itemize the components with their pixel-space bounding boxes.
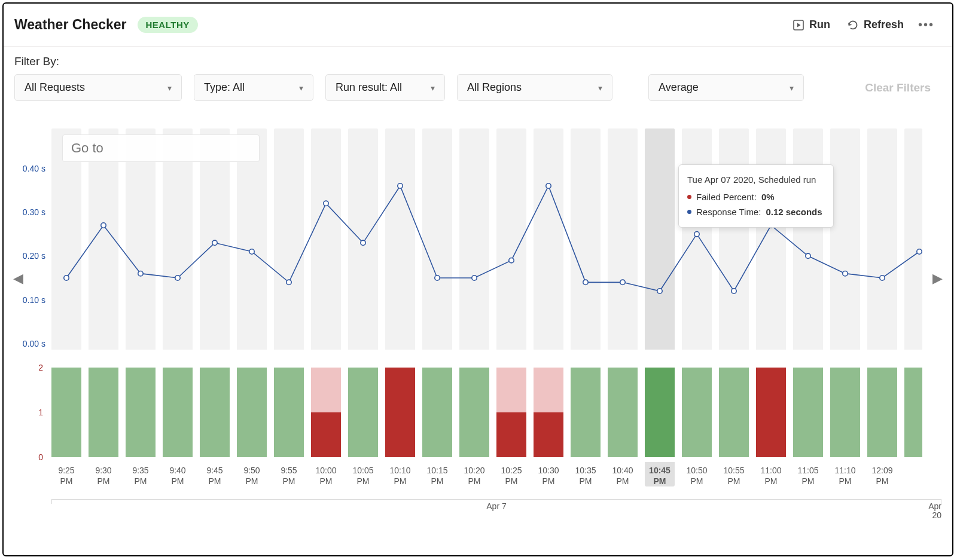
stacked-y-axis: 012 [14,368,49,457]
status-bar[interactable] [682,368,712,457]
x-tick: 10:40PM [608,462,638,486]
status-bar[interactable] [496,368,526,457]
line-point[interactable] [732,289,736,293]
line-point[interactable] [509,258,514,262]
line-point[interactable] [287,280,291,284]
status-bar[interactable] [385,368,415,457]
tooltip-dot-response [687,210,691,214]
run-status-chart: 012 [14,368,941,457]
status-bar[interactable] [126,368,156,457]
line-point[interactable] [694,231,699,236]
filter-aggregation[interactable]: Average ▾ [648,74,804,101]
line-point[interactable] [843,271,848,276]
line-point[interactable] [806,253,810,258]
status-bar[interactable] [200,368,230,457]
y-tick: 0.00 s [23,339,45,348]
status-bar[interactable] [719,368,749,457]
x-tick: 9:50PM [237,462,267,486]
status-bar[interactable] [645,368,675,457]
x-tick: 9:35PM [126,462,156,486]
play-icon [793,19,804,31]
x-tick: 10:05PM [348,462,378,486]
line-point[interactable] [472,276,477,280]
status-bar[interactable] [830,368,860,457]
y2-tick: 1 [38,408,43,417]
x-tick: 10:25PM [496,462,526,486]
tooltip-dot-failed [687,195,691,199]
status-bar[interactable] [534,368,563,457]
line-point[interactable] [917,249,922,254]
chevron-down-icon: ▾ [598,83,602,93]
line-point[interactable] [880,276,885,280]
line-point[interactable] [324,201,328,206]
line-point[interactable] [620,280,625,284]
status-bar[interactable] [793,368,823,457]
filter-requests[interactable]: All Requests ▾ [14,74,182,101]
tooltip-failed-label: Failed Percent: [696,189,757,205]
page-title: Weather Checker [14,17,127,33]
line-point[interactable] [101,223,106,228]
x-tick: 10:30PM [534,462,563,486]
date-tick-left: Apr 7 [486,502,506,511]
status-bar[interactable] [163,368,193,457]
run-button[interactable]: Run [784,15,839,35]
status-bar[interactable] [756,368,786,457]
status-bar[interactable] [348,368,378,457]
filter-run-result[interactable]: Run result: All ▾ [325,74,445,101]
response-time-chart: ◀ ▶ 0.00 s0.10 s0.20 s0.30 s0.40 s Tue A… [14,128,941,350]
chart-prev-button[interactable]: ◀ [13,271,23,286]
x-tick: 9:40PM [163,462,193,486]
chevron-down-icon: ▾ [431,83,435,93]
status-badge: HEALTHY [138,17,198,33]
filter-run-result-value: Run result: All [336,81,402,94]
tooltip-response-value: 0.12 seconds [766,204,822,220]
line-point[interactable] [435,276,440,280]
line-point[interactable] [398,183,403,188]
status-bar[interactable] [89,368,118,457]
x-tick: 11:00PM [756,462,786,486]
line-point[interactable] [212,240,217,245]
filter-type[interactable]: Type: All ▾ [194,74,313,101]
x-tick: 11:10PM [830,462,860,486]
status-bar[interactable] [274,368,304,457]
goto-input[interactable] [62,134,260,162]
status-bar[interactable] [571,368,601,457]
status-bar[interactable] [237,368,267,457]
refresh-button[interactable]: Refresh [839,15,912,35]
clear-filters-button[interactable]: Clear Filters [854,75,941,101]
line-point[interactable] [657,289,662,293]
filter-requests-value: All Requests [25,81,85,94]
line-point[interactable] [64,276,69,280]
x-tick: 10:00PM [311,462,341,486]
status-bar[interactable] [608,368,638,457]
status-bar[interactable] [459,368,489,457]
tooltip-title: Tue Apr 07 2020, Scheduled run [687,172,822,188]
status-bar[interactable] [867,368,897,457]
line-point[interactable] [138,271,143,276]
filter-type-value: Type: All [204,81,245,94]
stacked-plot-area[interactable] [51,368,941,457]
status-bar[interactable] [311,368,341,457]
y-tick: 0.20 s [23,251,45,261]
line-point[interactable] [546,183,551,188]
filter-regions[interactable]: All Regions ▾ [457,74,612,101]
more-menu-button[interactable]: ••• [912,14,940,35]
line-point[interactable] [175,276,180,280]
line-point[interactable] [583,280,588,284]
x-tick: 10:20PM [459,462,489,486]
x-tick: 10:15PM [422,462,452,486]
status-bar[interactable] [51,368,81,457]
line-point[interactable] [361,240,365,245]
x-tick: 10:35PM [571,462,601,486]
status-bar[interactable] [422,368,452,457]
run-button-label: Run [809,19,830,31]
chart-next-button[interactable]: ▶ [932,271,943,286]
line-point[interactable] [249,249,254,254]
y-tick: 0.10 s [23,295,45,305]
status-bar[interactable] [904,368,922,457]
refresh-icon [847,19,859,31]
chevron-down-icon: ▾ [299,83,303,93]
x-axis: 9:25PM9:30PM9:35PM9:40PM9:45PM9:50PM9:55… [14,462,941,498]
chevron-down-icon: ▾ [790,83,794,93]
filter-aggregation-value: Average [659,81,699,94]
